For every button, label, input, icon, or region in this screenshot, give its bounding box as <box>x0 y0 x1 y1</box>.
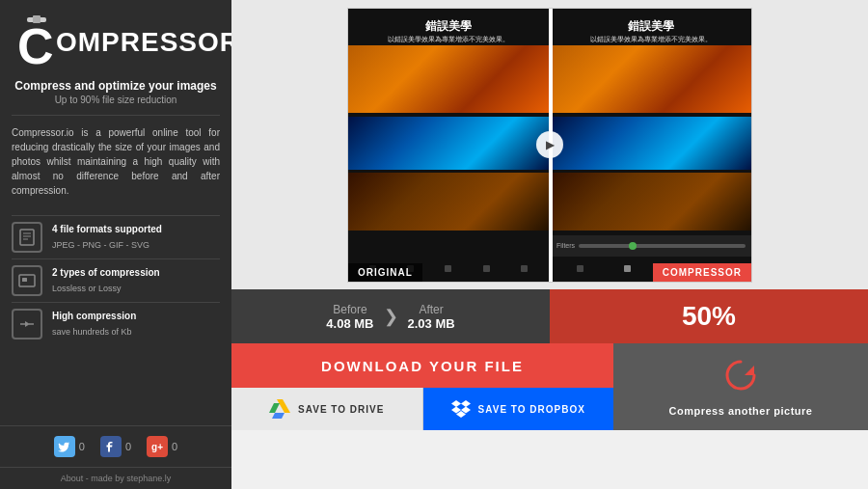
toolbar-btn-r1 <box>577 265 583 272</box>
toolbar-btn-r2 <box>624 265 631 272</box>
download-section: DOWNLOAD YOUR FILE SAVE TO DRIVE <box>231 343 613 430</box>
svg-marker-16 <box>461 400 471 407</box>
stats-percent: 50% <box>550 289 868 343</box>
sidebar: C OMPRESSOR .io Compress and optimize yo… <box>0 0 231 489</box>
svg-rect-8 <box>22 278 27 282</box>
facebook-icon <box>100 436 122 457</box>
svg-marker-13 <box>269 403 280 413</box>
after-label: After <box>408 303 455 316</box>
svg-marker-11 <box>25 321 30 327</box>
play-icon: ▶ <box>546 139 554 151</box>
svg-marker-14 <box>272 413 285 419</box>
compress-again-button[interactable]: Compress another picture <box>613 343 868 430</box>
overlay-subtitle-left: 以錯誤美學效果為專業增添不完美效果。 <box>348 35 549 44</box>
footer: About - made by stephane.ly <box>0 467 231 489</box>
clamp-icon: C <box>15 15 58 69</box>
social-bar: 0 0 g+ 0 <box>0 425 231 467</box>
before-value: 4.08 MB <box>326 316 373 331</box>
formats-icon <box>12 222 42 253</box>
logo-text: OMPRESSOR <box>56 27 240 58</box>
action-bar: DOWNLOAD YOUR FILE SAVE TO DRIVE <box>231 343 868 430</box>
twitter-icon <box>54 436 75 457</box>
before-label: Before <box>326 303 373 316</box>
gplus-icon: g+ <box>147 436 168 457</box>
save-to-drive-button[interactable]: SAVE TO DRIVE <box>231 388 423 430</box>
tagline: Compress and optimize your images <box>0 79 231 95</box>
after-group: After 2.03 MB <box>408 303 455 331</box>
stats-arrow: ❯ <box>384 306 398 327</box>
toolbar-btn-5 <box>521 265 528 272</box>
toolbar-btn-3 <box>445 265 451 272</box>
svg-text:C: C <box>17 18 54 69</box>
facebook-share[interactable]: 0 <box>100 436 131 457</box>
phone-sim-original: 錯誤美學 以錯誤美學效果為專業增添不完美效果。 <box>348 9 549 282</box>
feature-compression: 2 types of compression Lossless or Lossy <box>12 258 220 302</box>
compare-wrapper: 錯誤美學 以錯誤美學效果為專業增添不完美效果。 ORIGINAL <box>347 8 752 283</box>
dropbox-icon <box>451 400 471 418</box>
logo-area: C OMPRESSOR .io <box>0 0 231 79</box>
after-value: 2.03 MB <box>408 316 455 331</box>
feature-formats-text: 4 file formats supported JPEG - PNG - GI… <box>52 224 162 252</box>
compare-original: 錯誤美學 以錯誤美學效果為專業增添不完美效果。 ORIGINAL <box>348 9 551 282</box>
twitter-share[interactable]: 0 <box>54 436 85 457</box>
gplus-count: 0 <box>172 441 177 452</box>
features-list: 4 file formats supported JPEG - PNG - GI… <box>0 207 231 353</box>
compare-compressed: 錯誤美學 以錯誤美學效果為專業增添不完美效果。 Filters <box>551 9 751 282</box>
svg-rect-3 <box>20 230 34 245</box>
phone-sim-compressed: 錯誤美學 以錯誤美學效果為專業增添不完美效果。 Filters <box>551 9 751 282</box>
image-compare: 錯誤美學 以錯誤美學效果為專業增添不完美效果。 ORIGINAL <box>231 0 868 289</box>
facebook-count: 0 <box>125 441 131 452</box>
google-drive-icon <box>269 399 290 419</box>
description: Compressor.io is a powerful online tool … <box>0 116 231 207</box>
overlay-title-right: 錯誤美學 <box>551 18 751 35</box>
download-button[interactable]: DOWNLOAD YOUR FILE <box>231 343 613 388</box>
refresh-icon <box>723 358 758 399</box>
label-original: ORIGINAL <box>348 263 422 282</box>
toolbar-btn-4 <box>483 265 490 272</box>
feature-highcomp: High compression save hundreds of Kb <box>12 302 220 345</box>
filter-handle <box>629 242 637 250</box>
highcomp-icon <box>12 309 42 340</box>
dropbox-label: SAVE TO DROPBOX <box>478 404 585 415</box>
svg-marker-15 <box>451 400 461 407</box>
svg-marker-12 <box>277 399 290 413</box>
stats-bar: Before 4.08 MB ❯ After 2.03 MB 50% <box>231 289 868 343</box>
sub-tagline: Up to 90% file size reduction <box>0 95 231 115</box>
feature-highcomp-text: High compression save hundreds of Kb <box>52 311 136 339</box>
gplus-share[interactable]: g+ 0 <box>147 436 177 457</box>
save-to-dropbox-button[interactable]: SAVE TO DROPBOX <box>423 388 614 430</box>
before-group: Before 4.08 MB <box>326 303 373 331</box>
drive-label: SAVE TO DRIVE <box>298 404 384 415</box>
compression-icon <box>12 265 42 296</box>
compare-handle[interactable]: ▶ <box>536 131 563 158</box>
label-compressor: COMPRESSOR <box>653 263 751 282</box>
feature-compression-text: 2 types of compression Lossless or Lossy <box>52 267 160 295</box>
stats-section: Before 4.08 MB ❯ After 2.03 MB <box>231 303 550 331</box>
twitter-count: 0 <box>79 441 85 452</box>
main-content: 錯誤美學 以錯誤美學效果為專業增添不完美效果。 ORIGINAL <box>231 0 868 489</box>
compress-again-text: Compress another picture <box>669 405 813 417</box>
overlay-title-left: 錯誤美學 <box>348 18 549 35</box>
cloud-buttons: SAVE TO DRIVE SAVE TO DROPBOX <box>231 388 613 430</box>
feature-formats: 4 file formats supported JPEG - PNG - GI… <box>12 215 220 258</box>
overlay-subtitle-right: 以錯誤美學效果為專業增添不完美效果。 <box>551 35 751 44</box>
svg-marker-20 <box>745 366 754 375</box>
